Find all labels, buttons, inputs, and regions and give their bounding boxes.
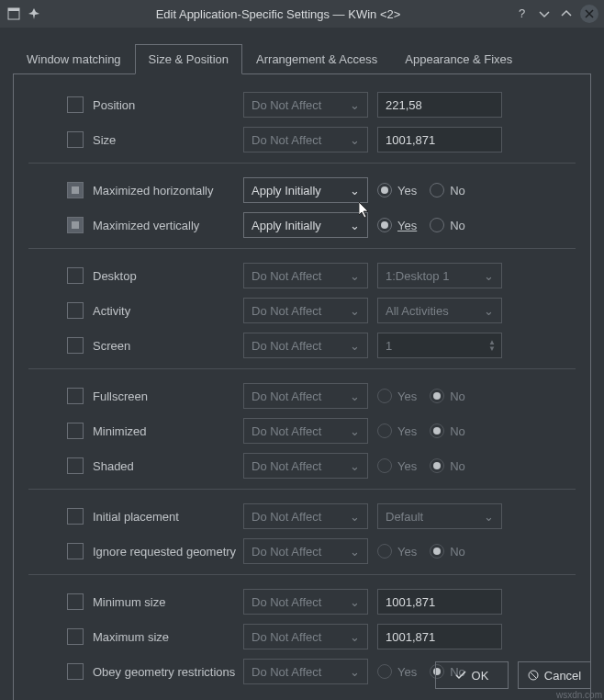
checkbox-fullscreen[interactable]	[67, 388, 84, 404]
cancel-button[interactable]: Cancel	[518, 661, 591, 689]
tab-size-position[interactable]: Size & Position	[135, 44, 242, 74]
divider	[28, 368, 576, 369]
value-init-place[interactable]: Default⌄	[377, 503, 502, 529]
chevron-down-icon: ⌄	[484, 269, 494, 283]
row-max-v: Maximized vertically Apply Initially⌄ Ye…	[67, 211, 576, 239]
rule-min-size[interactable]: Do Not Affect⌄	[243, 589, 368, 615]
label-init-place: Initial placement	[93, 510, 243, 524]
rule-shaded[interactable]: Do Not Affect⌄	[243, 453, 368, 479]
rule-screen[interactable]: Do Not Affect⌄	[243, 333, 368, 358]
radio-ignore-geo-yes	[377, 544, 392, 559]
chevron-down-icon: ⌄	[350, 269, 360, 283]
label-obey-geo: Obey geometry restrictions	[93, 665, 243, 679]
divider	[28, 248, 576, 249]
chevron-down-icon: ⌄	[484, 510, 494, 524]
radio-max-v-no[interactable]	[430, 218, 444, 232]
label-ignore-geo: Ignore requested geometry	[93, 545, 243, 559]
radio-max-h-no[interactable]	[430, 183, 444, 198]
checkbox-ignore-geo[interactable]	[67, 543, 84, 559]
checkbox-size[interactable]	[67, 131, 84, 148]
chevron-down-icon: ⌄	[350, 184, 360, 198]
checkbox-max-v[interactable]	[67, 217, 84, 233]
label-size: Size	[93, 133, 243, 147]
rule-init-place[interactable]: Do Not Affect⌄	[243, 503, 368, 529]
rule-size[interactable]: Do Not Affect⌄	[243, 127, 368, 152]
row-init-place: Initial placement Do Not Affect⌄ Default…	[67, 502, 576, 530]
label-minimized: Minimized	[93, 424, 243, 438]
rule-position[interactable]: Do Not Affect⌄	[243, 92, 368, 118]
app-menu-icon[interactable]	[6, 6, 22, 22]
row-desktop: Desktop Do Not Affect⌄ 1:Desktop 1⌄	[67, 262, 576, 289]
row-shaded: Shaded Do Not Affect⌄ Yes No	[67, 452, 576, 480]
tab-appearance-fixes[interactable]: Appearance & Fixes	[391, 44, 526, 74]
row-screen: Screen Do Not Affect⌄ 1▲▼	[67, 332, 576, 359]
value-min-size[interactable]: 1001,871	[377, 589, 502, 615]
radio-obey-geo-yes	[377, 664, 392, 679]
checkbox-init-place[interactable]	[67, 508, 84, 525]
checkbox-shaded[interactable]	[67, 457, 84, 474]
radio-shaded-yes	[377, 458, 392, 473]
checkbox-position[interactable]	[67, 96, 84, 113]
chevron-down-icon: ⌄	[484, 304, 494, 318]
radio-max-v-yes[interactable]	[377, 218, 392, 232]
radio-max-h-yes[interactable]	[377, 183, 392, 198]
radio-fullscreen-no	[430, 389, 444, 403]
label-fullscreen: Fullscreen	[93, 390, 243, 403]
tab-arrangement-access[interactable]: Arrangement & Access	[242, 44, 391, 74]
ok-button[interactable]: OK	[435, 661, 509, 689]
checkbox-activity[interactable]	[67, 302, 84, 319]
checkbox-max-size[interactable]	[67, 628, 84, 645]
rule-max-size[interactable]: Do Not Affect⌄	[243, 624, 368, 649]
chevron-down-icon: ⌄	[350, 665, 360, 679]
minimize-icon[interactable]	[536, 6, 553, 22]
value-activity[interactable]: All Activities⌄	[377, 298, 502, 323]
chevron-down-icon: ⌄	[350, 304, 360, 318]
tab-bar: Window matching Size & Position Arrangem…	[0, 28, 604, 74]
radio-fullscreen-yes	[377, 389, 392, 403]
maximize-icon[interactable]	[558, 6, 575, 22]
rule-minimized[interactable]: Do Not Affect⌄	[243, 418, 368, 444]
checkbox-min-size[interactable]	[67, 593, 84, 610]
checkbox-screen[interactable]	[67, 337, 84, 354]
rule-max-h[interactable]: Apply Initially⌄	[243, 177, 368, 203]
tab-window-matching[interactable]: Window matching	[13, 44, 135, 74]
rule-fullscreen[interactable]: Do Not Affect⌄	[243, 383, 368, 409]
row-max-size: Maximum size Do Not Affect⌄ 1001,871	[67, 623, 576, 650]
value-size[interactable]: 1001,871	[377, 127, 502, 152]
radio-ignore-geo-no	[430, 544, 444, 559]
rule-desktop[interactable]: Do Not Affect⌄	[243, 263, 368, 288]
dialog-button-bar: OK Cancel	[435, 661, 591, 689]
radio-minimized-no	[430, 423, 444, 438]
checkbox-minimized[interactable]	[67, 423, 84, 439]
row-position: Position Do Not Affect⌄ 221,58	[67, 91, 576, 119]
row-min-size: Minimum size Do Not Affect⌄ 1001,871	[67, 588, 576, 615]
help-icon[interactable]: ?	[514, 6, 531, 22]
value-desktop[interactable]: 1:Desktop 1⌄	[377, 263, 502, 288]
chevron-down-icon: ⌄	[350, 219, 360, 232]
row-activity: Activity Do Not Affect⌄ All Activities⌄	[67, 297, 576, 324]
rule-ignore-geo[interactable]: Do Not Affect⌄	[243, 538, 368, 564]
label-shaded: Shaded	[93, 459, 243, 473]
chevron-down-icon: ⌄	[350, 510, 360, 524]
window-title: Edit Application-Specific Settings — KWi…	[42, 7, 514, 21]
chevron-down-icon: ⌄	[350, 459, 360, 473]
check-icon	[455, 670, 466, 681]
value-position[interactable]: 221,58	[377, 92, 502, 118]
rule-obey-geo[interactable]: Do Not Affect⌄	[243, 659, 368, 684]
label-max-v: Maximized vertically	[93, 219, 243, 232]
chevron-down-icon: ⌄	[350, 133, 360, 147]
close-icon[interactable]	[580, 5, 598, 23]
rule-activity[interactable]: Do Not Affect⌄	[243, 298, 368, 323]
watermark: wsxdn.com	[556, 690, 602, 700]
chevron-down-icon: ⌄	[350, 339, 360, 353]
rule-max-v[interactable]: Apply Initially⌄	[243, 212, 368, 238]
checkbox-desktop[interactable]	[67, 267, 84, 284]
row-fullscreen: Fullscreen Do Not Affect⌄ Yes No	[67, 382, 576, 410]
value-max-size[interactable]: 1001,871	[377, 624, 502, 649]
label-desktop: Desktop	[93, 269, 243, 283]
checkbox-obey-geo[interactable]	[67, 663, 84, 680]
pin-icon[interactable]	[26, 6, 42, 22]
checkbox-max-h[interactable]	[67, 182, 84, 198]
settings-panel: Position Do Not Affect⌄ 221,58 Size Do N…	[13, 73, 591, 700]
value-screen[interactable]: 1▲▼	[377, 333, 502, 358]
